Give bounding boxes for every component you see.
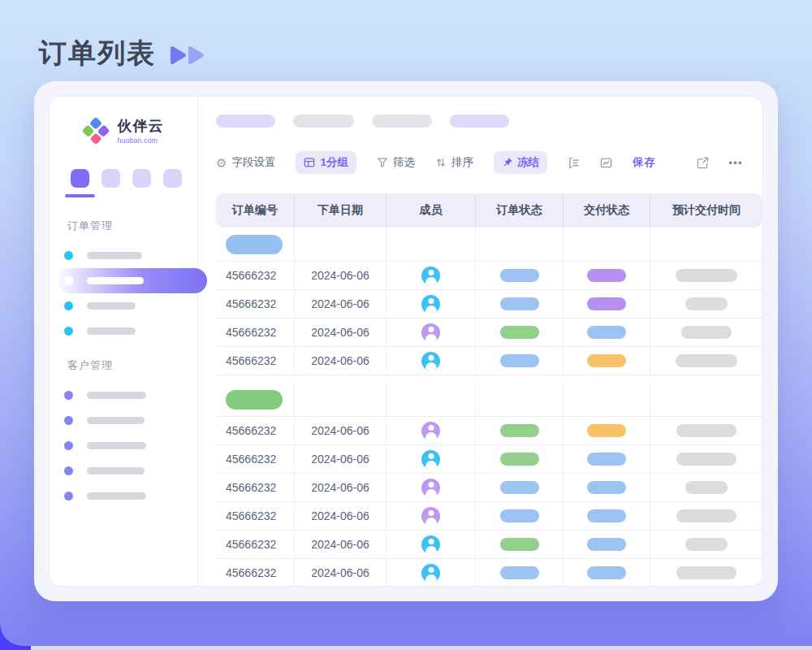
order-status-pill xyxy=(500,538,539,551)
delivery-status-pill xyxy=(587,269,626,282)
table-row[interactable]: 456662322024-06-06 xyxy=(216,445,762,474)
order-date-cell: 2024-06-06 xyxy=(295,318,387,346)
more-button[interactable]: ⋯ xyxy=(728,154,743,171)
table-row[interactable]: 456662322024-06-06 xyxy=(216,347,762,375)
order-status-cell xyxy=(476,417,564,444)
active-tab-indicator xyxy=(65,194,95,197)
sidebar-tab[interactable] xyxy=(102,169,120,188)
column-header[interactable]: 交付状态 xyxy=(564,193,650,228)
table-row[interactable]: 456662322024-06-06 xyxy=(216,531,762,559)
sidebar-tab[interactable] xyxy=(163,169,182,188)
chart-button[interactable] xyxy=(600,157,612,169)
filter-button[interactable]: 筛选 xyxy=(377,155,415,170)
sidebar-tab[interactable] xyxy=(132,169,151,188)
member-avatar-icon xyxy=(421,507,440,526)
menu-dot-icon xyxy=(64,466,73,475)
group-cell xyxy=(387,228,476,261)
menu-label-placeholder xyxy=(87,302,136,310)
table-row[interactable]: 456662322024-06-06 xyxy=(216,474,762,502)
group-cell xyxy=(564,383,650,416)
sidebar-item[interactable] xyxy=(50,243,197,268)
table-row[interactable]: 456662322024-06-06 xyxy=(216,417,762,445)
field-settings-button[interactable]: ⚙ 字段设置 xyxy=(216,155,275,170)
app-panel: 伙伴云 huoban.com 订单管理 客户管理 xyxy=(49,96,763,587)
delivery-status-pill xyxy=(587,566,626,579)
order-status-pill xyxy=(500,481,539,494)
eta-cell xyxy=(650,559,762,587)
field-settings-label: 字段设置 xyxy=(231,155,275,170)
order-status-cell xyxy=(476,502,564,530)
eta-cell xyxy=(650,417,762,444)
share-icon xyxy=(697,157,709,169)
delivery-status-cell xyxy=(564,474,650,501)
order-date-cell: 2024-06-06 xyxy=(295,502,387,530)
share-button[interactable] xyxy=(697,157,709,169)
group-cell xyxy=(650,228,762,261)
order-status-pill xyxy=(500,509,539,522)
delivery-status-cell xyxy=(564,417,650,444)
table-row[interactable]: 456662322024-06-06 xyxy=(216,318,762,347)
sidebar-item[interactable] xyxy=(50,293,197,318)
eta-cell xyxy=(650,502,762,530)
member-avatar-icon xyxy=(421,564,440,583)
group-header-row[interactable] xyxy=(216,228,762,262)
sidebar-item[interactable] xyxy=(50,318,197,344)
sidebar-item[interactable] xyxy=(50,458,197,483)
member-avatar-icon xyxy=(421,323,440,342)
group-by-label: 1分组 xyxy=(320,155,348,170)
delivery-status-cell xyxy=(564,262,650,289)
column-header[interactable]: 成员 xyxy=(387,193,476,228)
order-status-cell xyxy=(476,290,564,318)
delivery-status-pill xyxy=(587,538,626,551)
eta-cell xyxy=(650,445,762,473)
group-cell xyxy=(564,228,650,261)
member-cell xyxy=(387,502,476,530)
sort-button[interactable]: 排序 xyxy=(435,155,473,170)
column-header[interactable]: 下单日期 xyxy=(295,193,387,228)
sidebar-tabs xyxy=(71,169,197,188)
table-row[interactable]: 456662322024-06-06 xyxy=(216,502,762,531)
sidebar-item[interactable] xyxy=(50,383,197,408)
order-status-pill xyxy=(500,326,539,339)
sidebar-item[interactable] xyxy=(50,483,197,509)
save-button[interactable]: 保存 xyxy=(633,155,656,170)
menu-dot-icon xyxy=(64,416,73,425)
order-status-pill xyxy=(500,354,539,367)
order-date-cell: 2024-06-06 xyxy=(295,417,387,444)
member-cell xyxy=(387,318,476,346)
column-header[interactable]: 预计交付时间 xyxy=(650,193,762,228)
huoban-diamond-icon xyxy=(81,116,110,145)
group-cell xyxy=(387,383,476,416)
freeze-button[interactable]: 冻结 xyxy=(494,151,547,174)
gear-icon: ⚙ xyxy=(216,157,227,169)
member-avatar-icon xyxy=(421,479,440,497)
row-outline-button[interactable] xyxy=(568,157,580,169)
sidebar-item-active[interactable] xyxy=(50,268,197,293)
order-status-pill xyxy=(500,424,539,437)
order-date-cell: 2024-06-06 xyxy=(295,474,387,501)
member-avatar-icon xyxy=(421,295,440,314)
eta-placeholder-pill xyxy=(685,538,728,551)
delivery-status-pill xyxy=(587,453,626,466)
column-header[interactable]: 订单状态 xyxy=(476,193,564,228)
page-title: 订单列表 xyxy=(39,35,156,72)
eta-placeholder-pill xyxy=(676,354,737,367)
member-cell xyxy=(387,531,476,558)
delivery-status-cell xyxy=(564,290,650,318)
table-row[interactable]: 456662322024-06-06 xyxy=(216,559,762,587)
sidebar-item[interactable] xyxy=(50,408,197,433)
menu-dot-icon xyxy=(64,327,73,336)
eta-cell xyxy=(650,347,762,375)
sidebar-tab[interactable] xyxy=(71,169,89,188)
column-header[interactable]: 订单编号 xyxy=(216,193,295,228)
group-cell xyxy=(295,383,387,416)
menu-label-placeholder xyxy=(87,392,146,399)
table-row[interactable]: 456662322024-06-06 xyxy=(216,262,762,290)
sidebar-item[interactable] xyxy=(50,433,197,458)
table-row[interactable]: 456662322024-06-06 xyxy=(216,290,762,318)
order-date-cell: 2024-06-06 xyxy=(295,347,387,375)
group-by-button[interactable]: 1分组 xyxy=(296,151,356,174)
menu-dot-icon xyxy=(64,276,73,285)
sidebar-section-customers: 客户管理 xyxy=(50,358,197,509)
group-header-row[interactable] xyxy=(216,383,762,417)
